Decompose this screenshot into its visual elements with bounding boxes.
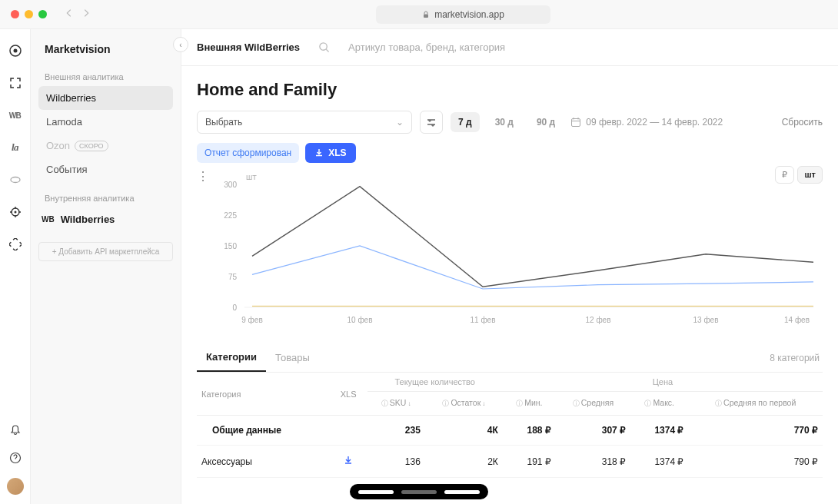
svg-text:10 фев: 10 фев (347, 316, 372, 324)
date-range-picker[interactable]: 09 февр. 2022 — 14 февр. 2022 (570, 117, 723, 128)
sidebar-item-events[interactable]: События (38, 158, 173, 181)
svg-point-7 (320, 43, 327, 50)
th-avg[interactable]: ⓘСредняя (556, 392, 630, 416)
unit-toggle: ₽ шт (775, 166, 823, 184)
sidebar-item-lamoda[interactable]: Lamoda (38, 110, 173, 134)
sidebar-section-external: Внешняя аналитика (38, 68, 173, 86)
table-row-total: Общие данные 235 4К 188 ₽ 307 ₽ 1374 ₽ 7… (197, 416, 823, 446)
th-group-price: Цена (503, 373, 823, 392)
range-90d[interactable]: 90 д (529, 112, 563, 132)
range-30d[interactable]: 30 д (487, 112, 521, 132)
svg-text:11 фев: 11 фев (470, 316, 495, 324)
chart-menu-button[interactable]: ⋮ (197, 169, 209, 184)
th-xls: XLS (330, 373, 367, 416)
data-tabs: Категории Товары 8 категорий (197, 343, 823, 373)
lock-icon (422, 11, 430, 18)
icon-rail: WB la (0, 29, 31, 504)
sidebar-item-ozon: OzonСКОРО (38, 134, 173, 158)
expand-icon[interactable] (8, 75, 23, 91)
svg-rect-8 (572, 119, 580, 127)
home-indicator (350, 484, 488, 499)
help-icon[interactable] (8, 450, 23, 466)
search-input[interactable] (348, 41, 823, 53)
sidebar-internal-wildberries[interactable]: WB Wildberries (38, 207, 173, 231)
window-controls (11, 10, 47, 18)
export-xls-button[interactable]: XLS (305, 143, 355, 163)
sidebar: ‹ Marketvision Внешняя аналитика Wildber… (31, 29, 181, 504)
svg-point-5 (14, 211, 16, 214)
target-icon[interactable] (8, 43, 23, 58)
th-stock[interactable]: ⓘОстаток↓ (425, 392, 503, 416)
url-text: marketvision.app (434, 9, 504, 20)
svg-text:150: 150 (224, 242, 237, 250)
table-row[interactable]: Аксессуары 136 2К 191 ₽ 318 ₽ 1374 ₽ 790… (197, 446, 823, 478)
reset-filters-link[interactable]: Сбросить (782, 117, 823, 128)
collapse-icon[interactable] (8, 237, 23, 252)
svg-text:9 фев: 9 фев (241, 316, 262, 324)
th-min[interactable]: ⓘМин. (503, 392, 556, 416)
th-avg-first[interactable]: ⓘСредняя по первой (688, 392, 823, 416)
avatar[interactable] (7, 478, 24, 495)
close-window-icon[interactable] (11, 10, 19, 18)
tab-products[interactable]: Товары (266, 344, 319, 371)
sidebar-section-internal: Внутренняя аналитика (38, 189, 173, 207)
tab-categories[interactable]: Категории (197, 343, 266, 372)
range-7d[interactable]: 7 д (451, 112, 480, 132)
line-chart-svg: ШТ 300 225 150 75 0 9 фев 10 фев (197, 169, 823, 338)
report-status-badge: Отчет сформирован (197, 143, 299, 163)
chevron-down-icon: ⌄ (396, 117, 404, 128)
search-icon (318, 41, 330, 53)
add-api-button[interactable]: + Добавить API маркетплейса (38, 242, 173, 261)
th-category[interactable]: Категория (197, 373, 330, 416)
svg-text:13 фев: 13 фев (693, 316, 718, 324)
unit-rub[interactable]: ₽ (775, 166, 794, 184)
download-icon (314, 148, 324, 158)
calendar-icon (570, 117, 581, 128)
download-row-icon[interactable] (343, 457, 354, 468)
minimize-window-icon[interactable] (25, 10, 33, 18)
crosshair-icon[interactable] (8, 204, 23, 220)
collapse-sidebar-button[interactable]: ‹ (173, 37, 188, 52)
filter-settings-button[interactable] (420, 111, 443, 134)
svg-text:300: 300 (224, 181, 237, 189)
svg-text:225: 225 (224, 211, 237, 220)
maximize-window-icon[interactable] (38, 10, 47, 18)
address-bar[interactable]: marketvision.app (376, 5, 550, 24)
th-max[interactable]: ⓘМакс. (630, 392, 688, 416)
category-select[interactable]: Выбрать ⌄ (197, 111, 412, 134)
chart: ⋮ ₽ шт ШТ 300 225 150 75 0 (197, 169, 823, 340)
rail-la[interactable]: la (8, 140, 23, 155)
svg-text:0: 0 (232, 303, 237, 312)
svg-rect-0 (424, 14, 428, 18)
svg-text:ШТ: ШТ (246, 174, 257, 181)
sidebar-item-wildberries[interactable]: Wildberries (38, 86, 173, 110)
bell-icon[interactable] (8, 423, 23, 438)
svg-text:14 фев: 14 фев (784, 316, 810, 324)
svg-point-2 (13, 49, 17, 53)
topbar: Внешняя WildBerries (181, 29, 838, 66)
svg-point-3 (11, 177, 20, 183)
unit-pcs[interactable]: шт (797, 166, 823, 184)
svg-text:12 фев: 12 фев (585, 316, 610, 324)
soon-badge: СКОРО (75, 141, 108, 151)
rail-wb[interactable]: WB (8, 108, 23, 123)
breadcrumb: Внешняя WildBerries (197, 41, 300, 53)
th-sku[interactable]: ⓘSKU↓ (367, 392, 425, 416)
svg-text:75: 75 (228, 273, 238, 281)
filter-row: Выбрать ⌄ 7 д 30 д 90 д 09 февр. 2022 — … (197, 111, 823, 134)
page-title: Home and Family (197, 80, 823, 100)
data-table: Категория XLS Текущее количество Цена ⓘS… (197, 373, 823, 478)
browser-titlebar: marketvision.app (0, 0, 838, 29)
back-button[interactable] (64, 8, 75, 21)
main-content: Внешняя WildBerries Home and Family Выбр… (181, 29, 838, 504)
th-group-qty: Текущее количество (367, 373, 503, 392)
category-count: 8 категорий (770, 353, 823, 363)
ozon-icon[interactable] (8, 172, 23, 187)
brand-logo: Marketvision (38, 40, 173, 68)
forward-button[interactable] (81, 8, 91, 21)
